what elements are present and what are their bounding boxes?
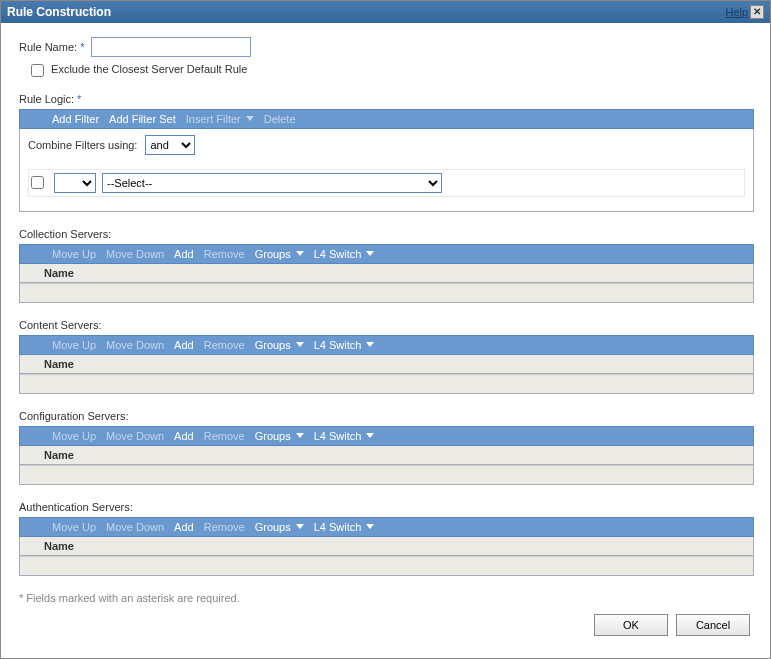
- groups-dropdown[interactable]: Groups: [255, 248, 304, 260]
- content-area: Rule Name: * Exclude the Closest Server …: [1, 23, 770, 658]
- rule-logic-toolbar: Add Filter Add Filter Set Insert Filter …: [19, 109, 754, 129]
- add-button[interactable]: Add: [174, 430, 194, 442]
- filter-row-checkbox[interactable]: [31, 176, 44, 189]
- collection-servers-label: Collection Servers:: [19, 228, 754, 240]
- move-down-button[interactable]: Move Down: [106, 339, 164, 351]
- move-up-button[interactable]: Move Up: [52, 521, 96, 533]
- delete-button[interactable]: Delete: [264, 113, 296, 125]
- filter-operator-select[interactable]: [54, 173, 96, 193]
- rule-logic-label: Rule Logic:: [19, 93, 74, 105]
- content-table-body: [19, 374, 754, 394]
- table-header-name: Name: [19, 264, 754, 283]
- filter-type-select[interactable]: --Select--: [102, 173, 442, 193]
- groups-dropdown[interactable]: Groups: [255, 339, 304, 351]
- content-toolbar: Move Up Move Down Add Remove Groups L4 S…: [19, 335, 754, 355]
- groups-dropdown[interactable]: Groups: [255, 521, 304, 533]
- table-header-name: Name: [19, 446, 754, 465]
- add-button[interactable]: Add: [174, 339, 194, 351]
- remove-button[interactable]: Remove: [204, 248, 245, 260]
- required-marker: *: [80, 41, 84, 53]
- configuration-table-body: [19, 465, 754, 485]
- l4-switch-dropdown[interactable]: L4 Switch: [314, 521, 375, 533]
- add-button[interactable]: Add: [174, 248, 194, 260]
- authentication-table-body: [19, 556, 754, 576]
- rule-logic-body: Combine Filters using: and --Select--: [19, 129, 754, 212]
- configuration-toolbar: Move Up Move Down Add Remove Groups L4 S…: [19, 426, 754, 446]
- add-filter-set-button[interactable]: Add Filter Set: [109, 113, 176, 125]
- rule-construction-dialog: Rule Construction Help ✕ Rule Name: * Ex…: [0, 0, 771, 659]
- collection-toolbar: Move Up Move Down Add Remove Groups L4 S…: [19, 244, 754, 264]
- close-icon[interactable]: ✕: [750, 5, 764, 19]
- table-header-name: Name: [19, 355, 754, 374]
- move-down-button[interactable]: Move Down: [106, 248, 164, 260]
- authentication-servers-label: Authentication Servers:: [19, 501, 754, 513]
- content-servers-label: Content Servers:: [19, 319, 754, 331]
- collection-table-body: [19, 283, 754, 303]
- move-down-button[interactable]: Move Down: [106, 430, 164, 442]
- filter-row: --Select--: [28, 169, 745, 197]
- exclude-default-rule-label[interactable]: Exclude the Closest Server Default Rule: [31, 63, 247, 75]
- move-up-button[interactable]: Move Up: [52, 248, 96, 260]
- window-title: Rule Construction: [7, 5, 111, 19]
- help-link[interactable]: Help: [725, 6, 748, 18]
- required-marker: *: [77, 93, 81, 105]
- remove-button[interactable]: Remove: [204, 521, 245, 533]
- move-up-button[interactable]: Move Up: [52, 430, 96, 442]
- combine-select[interactable]: and: [145, 135, 195, 155]
- exclude-default-rule-checkbox[interactable]: [31, 64, 44, 77]
- move-down-button[interactable]: Move Down: [106, 521, 164, 533]
- remove-button[interactable]: Remove: [204, 430, 245, 442]
- groups-dropdown[interactable]: Groups: [255, 430, 304, 442]
- cancel-button[interactable]: Cancel: [676, 614, 750, 636]
- configuration-servers-label: Configuration Servers:: [19, 410, 754, 422]
- required-footnote: * Fields marked with an asterisk are req…: [19, 592, 754, 604]
- l4-switch-dropdown[interactable]: L4 Switch: [314, 430, 375, 442]
- combine-label: Combine Filters using:: [28, 139, 137, 151]
- l4-switch-dropdown[interactable]: L4 Switch: [314, 248, 375, 260]
- rule-name-input[interactable]: [91, 37, 251, 57]
- ok-button[interactable]: OK: [594, 614, 668, 636]
- move-up-button[interactable]: Move Up: [52, 339, 96, 351]
- l4-switch-dropdown[interactable]: L4 Switch: [314, 339, 375, 351]
- rule-name-label: Rule Name:: [19, 41, 77, 53]
- authentication-toolbar: Move Up Move Down Add Remove Groups L4 S…: [19, 517, 754, 537]
- remove-button[interactable]: Remove: [204, 339, 245, 351]
- add-button[interactable]: Add: [174, 521, 194, 533]
- titlebar: Rule Construction Help ✕: [1, 1, 770, 23]
- insert-filter-dropdown[interactable]: Insert Filter: [186, 113, 254, 125]
- add-filter-button[interactable]: Add Filter: [52, 113, 99, 125]
- table-header-name: Name: [19, 537, 754, 556]
